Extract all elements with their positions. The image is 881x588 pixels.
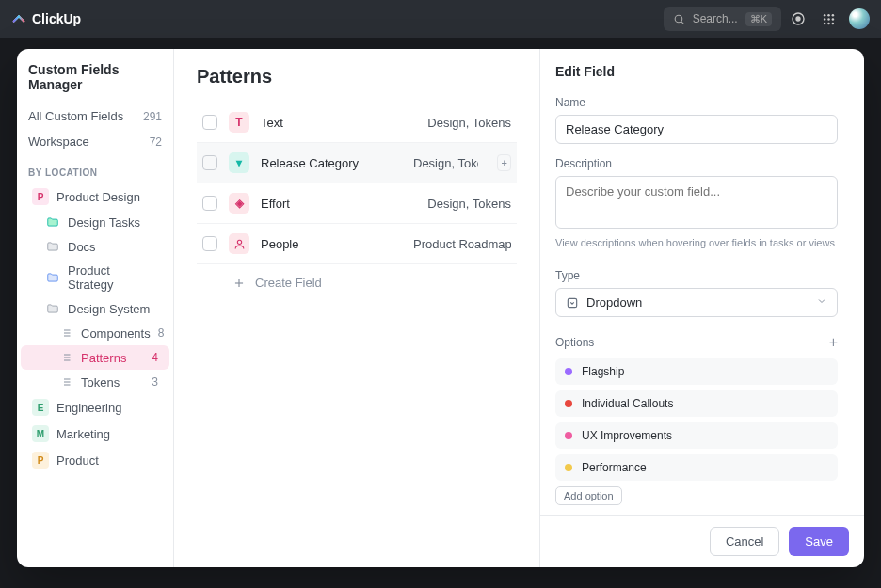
search-shortcut: ⌘K — [745, 12, 772, 26]
description-textarea[interactable] — [555, 176, 838, 229]
field-locations: Design, Tokens — [427, 116, 511, 130]
svg-point-6 — [831, 13, 834, 16]
field-name: Text — [261, 116, 402, 130]
svg-point-5 — [827, 13, 830, 16]
sidebar-space-row[interactable]: PProduct Design — [21, 183, 169, 210]
custom-fields-modal: Custom Fields Manager All Custom Fields2… — [17, 49, 864, 567]
dropdown-option-row[interactable]: Individual Callouts — [555, 390, 838, 417]
tree-label: Product Strategy — [68, 263, 158, 292]
list-icon — [58, 326, 73, 341]
svg-point-3 — [796, 17, 800, 21]
svg-point-4 — [823, 13, 825, 16]
sidebar-summary-count: 291 — [143, 110, 162, 123]
chevron-down-icon — [816, 295, 827, 310]
tree-label: Engineering — [56, 401, 121, 415]
svg-point-7 — [823, 18, 825, 21]
save-button[interactable]: Save — [789, 527, 849, 556]
sidebar-summary-count: 72 — [150, 135, 162, 149]
field-locations: Product Roadmap — [413, 237, 511, 251]
field-locations-overflow[interactable]: + — [497, 154, 511, 171]
tree-count: 8 — [158, 326, 165, 340]
clickup-logo-icon — [11, 11, 26, 26]
svg-point-12 — [831, 22, 834, 24]
sidebar-folder-row[interactable]: Docs — [21, 234, 169, 259]
global-search[interactable]: Search... ⌘K — [664, 7, 781, 31]
options-label: Options — [555, 336, 594, 349]
edit-field-panel: Edit Field Name Description View descrip… — [539, 49, 864, 567]
sidebar-title: Custom Fields Manager — [17, 62, 173, 103]
brand: ClickUp — [11, 11, 81, 26]
plus-icon — [232, 277, 246, 290]
svg-point-31 — [237, 240, 241, 244]
sidebar-list-row[interactable]: Components8 — [21, 321, 169, 345]
record-icon[interactable] — [785, 6, 811, 32]
option-color-dot — [565, 464, 572, 471]
svg-point-10 — [823, 22, 825, 24]
space-badge: P — [32, 188, 49, 205]
sidebar-section-header: BY LOCATION — [17, 154, 173, 183]
sidebar-folder-row[interactable]: Design Tasks — [21, 210, 169, 234]
space-badge: M — [32, 425, 49, 442]
option-label: UX Improvements — [582, 429, 672, 442]
dropdown-option-row[interactable]: Performance — [555, 454, 838, 481]
sidebar-list-row[interactable]: Patterns4 — [21, 345, 169, 370]
option-color-dot — [565, 368, 572, 375]
search-placeholder: Search... — [693, 12, 738, 25]
tree-label: Product — [56, 453, 99, 468]
main-title: Patterns — [197, 66, 517, 87]
type-label: Type — [555, 269, 838, 282]
tree-label: Design Tasks — [68, 215, 140, 230]
apps-grid-icon[interactable] — [815, 6, 841, 32]
field-name: Release Category — [261, 156, 402, 170]
field-locations: Design, Tokens — [427, 197, 511, 211]
sidebar-summary-label: All Custom Fields — [28, 109, 123, 123]
folder-icon — [45, 301, 60, 316]
field-type-icon — [229, 233, 249, 254]
field-row[interactable]: T Text Design, Tokens — [197, 103, 517, 143]
add-option-button[interactable]: Add option — [555, 486, 622, 505]
main-column: Patterns T Text Design, Tokens ▾ Release… — [174, 49, 539, 567]
field-checkbox[interactable] — [202, 155, 217, 170]
tree-label: Components — [81, 326, 151, 341]
field-name: People — [261, 237, 402, 251]
field-row[interactable]: People Product Roadmap — [197, 224, 517, 264]
field-checkbox[interactable] — [202, 236, 217, 251]
sidebar-space-row[interactable]: EEngineering — [21, 394, 169, 421]
field-name: Effort — [261, 197, 402, 211]
space-badge: P — [32, 452, 49, 469]
panel-title: Edit Field — [555, 64, 838, 79]
sidebar-summary-row[interactable]: Workspace72 — [17, 129, 173, 154]
svg-point-11 — [827, 22, 830, 24]
svg-rect-34 — [568, 298, 576, 307]
dropdown-option-row[interactable]: Flagship — [555, 358, 838, 385]
sidebar-folder-row[interactable]: Design System — [21, 296, 169, 321]
name-label: Name — [555, 96, 838, 109]
dropdown-option-row[interactable]: UX Improvements — [555, 422, 838, 449]
sidebar-space-row[interactable]: PProduct — [21, 447, 169, 473]
option-label: Flagship — [582, 365, 624, 378]
sidebar-summary-row[interactable]: All Custom Fields291 — [17, 103, 173, 129]
option-color-dot — [565, 432, 572, 439]
svg-line-1 — [681, 21, 683, 24]
field-checkbox[interactable] — [202, 196, 217, 211]
type-select[interactable]: Dropdown — [555, 288, 838, 317]
sidebar-list-row[interactable]: Tokens3 — [21, 370, 169, 394]
list-icon — [58, 350, 73, 365]
topbar: ClickUp Search... ⌘K — [0, 0, 881, 38]
user-avatar[interactable] — [849, 8, 870, 29]
create-field-row[interactable]: Create Field — [197, 264, 517, 301]
sidebar-space-row[interactable]: MMarketing — [21, 421, 169, 447]
field-row[interactable]: ▾ Release Category Design, Tokens + — [197, 143, 517, 183]
panel-footer: Cancel Save — [540, 515, 864, 567]
sidebar-folder-row[interactable]: Product Strategy — [21, 259, 169, 296]
field-checkbox[interactable] — [202, 115, 217, 130]
name-input[interactable] — [555, 115, 838, 144]
search-icon — [673, 13, 685, 25]
field-row[interactable]: ◈ Effort Design, Tokens — [197, 183, 517, 224]
add-option-icon[interactable]: + — [829, 334, 838, 351]
option-color-dot — [565, 400, 572, 407]
svg-point-9 — [831, 18, 834, 21]
cancel-button[interactable]: Cancel — [710, 527, 779, 556]
create-field-label: Create Field — [255, 276, 322, 290]
sidebar-summary-label: Workspace — [28, 135, 89, 149]
